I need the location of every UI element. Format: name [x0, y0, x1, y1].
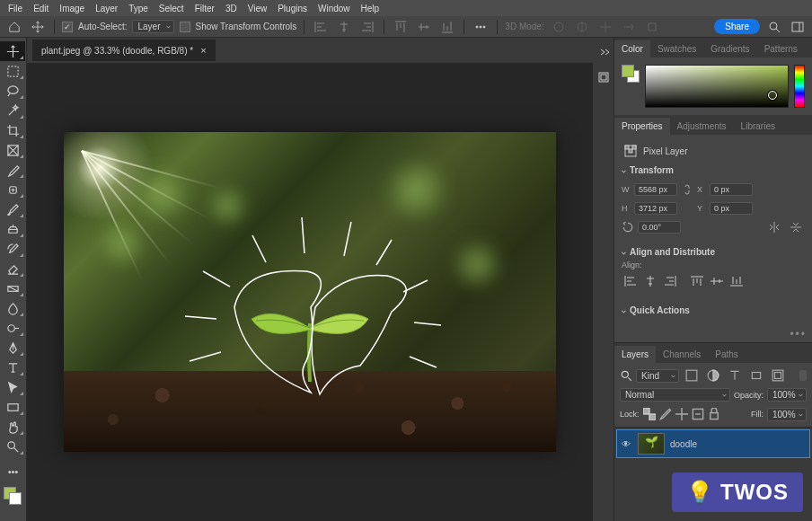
clone-stamp-tool[interactable] [0, 219, 25, 239]
rectangle-tool[interactable] [0, 397, 25, 417]
tab-channels[interactable]: Channels [656, 346, 708, 363]
gradient-tool[interactable] [0, 278, 25, 298]
lasso-tool[interactable] [0, 81, 25, 101]
eyedropper-tool[interactable] [0, 160, 25, 180]
menu-view[interactable]: View [243, 2, 272, 15]
filter-pixel-icon[interactable] [683, 366, 701, 384]
hue-slider[interactable] [794, 65, 805, 108]
eraser-tool[interactable] [0, 259, 25, 278]
layer-filter-search-icon[interactable] [620, 366, 632, 384]
align-horizontal-centers-icon[interactable] [335, 18, 353, 36]
filter-smart-icon[interactable] [769, 366, 787, 384]
align-vertical-centers-icon[interactable] [415, 18, 433, 36]
filter-toggle[interactable] [799, 370, 807, 381]
width-input[interactable]: 5568 px [634, 183, 677, 196]
healing-brush-tool[interactable] [0, 180, 25, 199]
fill-input[interactable]: 100% [767, 408, 807, 421]
blend-mode-dropdown[interactable]: Normal [620, 388, 730, 402]
hand-tool[interactable] [0, 417, 25, 437]
angle-input[interactable]: 0.00° [638, 221, 681, 234]
align-left-icon[interactable] [622, 273, 640, 289]
lock-pixels-icon[interactable] [659, 405, 672, 423]
lock-all-icon[interactable] [708, 405, 720, 423]
layer-name[interactable]: doodle [670, 439, 697, 449]
menu-layer[interactable]: Layer [91, 2, 122, 15]
tab-gradients[interactable]: Gradients [703, 40, 756, 57]
color-field[interactable] [645, 65, 789, 108]
collapsed-panel-tab[interactable] [600, 214, 609, 239]
dodge-tool[interactable] [0, 318, 25, 338]
transform-section-header[interactable]: Transform [622, 162, 805, 179]
layer-thumbnail[interactable] [638, 433, 665, 455]
brush-tool[interactable] [0, 199, 25, 219]
move-tool-icon[interactable] [29, 18, 47, 36]
filter-type-icon[interactable] [726, 366, 744, 384]
color-picker[interactable] [614, 57, 812, 115]
align-top-icon[interactable] [688, 273, 706, 289]
lock-artboard-icon[interactable] [692, 405, 704, 423]
type-tool[interactable] [0, 358, 25, 377]
tab-color[interactable]: Color [614, 40, 650, 57]
layer-item[interactable]: 👁 doodle [616, 429, 810, 458]
align-top-edges-icon[interactable] [392, 18, 410, 36]
menu-help[interactable]: Help [357, 2, 384, 15]
flip-horizontal-icon[interactable] [765, 218, 783, 236]
menu-edit[interactable]: Edit [29, 2, 53, 15]
filter-adjustment-icon[interactable] [704, 366, 722, 384]
magic-wand-tool[interactable] [0, 101, 25, 120]
align-right-icon[interactable] [661, 273, 679, 289]
history-panel-icon[interactable] [595, 68, 613, 86]
menu-select[interactable]: Select [154, 2, 189, 15]
tab-patterns[interactable]: Patterns [757, 40, 805, 57]
history-brush-tool[interactable] [0, 239, 25, 259]
align-right-edges-icon[interactable] [358, 18, 376, 36]
menu-filter[interactable]: Filter [190, 2, 219, 15]
collapsed-panel-tab[interactable] [600, 180, 609, 205]
x-input[interactable]: 0 px [710, 183, 753, 196]
zoom-tool[interactable] [0, 437, 25, 456]
more-options-icon[interactable]: ••• [790, 328, 807, 340]
expand-panels-icon[interactable] [595, 43, 613, 61]
search-icon[interactable] [765, 18, 783, 36]
home-icon[interactable] [5, 18, 23, 36]
opacity-input[interactable]: 100% [767, 388, 807, 402]
tab-adjustments[interactable]: Adjustments [670, 118, 734, 135]
workspace-switcher-icon[interactable] [789, 18, 807, 36]
document-tab[interactable]: plant.jpeg @ 33.3% (doodle, RGB/8) * × [32, 40, 216, 61]
height-input[interactable]: 3712 px [634, 202, 677, 215]
layer-filter-kind[interactable]: Kind [636, 369, 679, 383]
y-input[interactable]: 0 px [710, 202, 753, 215]
menu-3d[interactable]: 3D [221, 2, 242, 15]
align-vcenter-icon[interactable] [708, 273, 726, 289]
tab-swatches[interactable]: Swatches [650, 40, 703, 57]
move-tool[interactable] [0, 41, 25, 61]
tab-libraries[interactable]: Libraries [734, 118, 782, 135]
edit-toolbar-icon[interactable] [0, 462, 25, 481]
auto-select-checkbox[interactable] [62, 22, 73, 32]
align-left-edges-icon[interactable] [312, 18, 330, 36]
link-dimensions-icon[interactable] [681, 181, 693, 199]
menu-file[interactable]: File [4, 2, 27, 15]
show-transform-checkbox[interactable] [180, 22, 190, 32]
align-bottom-edges-icon[interactable] [438, 18, 456, 36]
color-swatch-pair[interactable] [622, 65, 640, 83]
visibility-toggle-icon[interactable]: 👁 [620, 439, 632, 449]
pen-tool[interactable] [0, 338, 25, 358]
align-bottom-icon[interactable] [728, 273, 746, 289]
canvas[interactable] [27, 63, 593, 521]
filter-shape-icon[interactable] [747, 366, 765, 384]
lock-transparency-icon[interactable] [643, 405, 656, 423]
menu-type[interactable]: Type [124, 2, 153, 15]
align-hcenter-icon[interactable] [641, 273, 659, 289]
quick-actions-header[interactable]: Quick Actions [622, 302, 805, 319]
frame-tool[interactable] [0, 140, 25, 160]
crop-tool[interactable] [0, 120, 25, 140]
share-button[interactable]: Share [714, 19, 760, 34]
lock-position-icon[interactable] [675, 405, 688, 423]
path-selection-tool[interactable] [0, 377, 25, 397]
foreground-background-colors[interactable] [0, 483, 26, 507]
blur-tool[interactable] [0, 298, 25, 318]
marquee-tool[interactable] [0, 61, 25, 81]
align-section-header[interactable]: Align and Distribute [622, 243, 805, 260]
tab-layers[interactable]: Layers [614, 346, 656, 363]
